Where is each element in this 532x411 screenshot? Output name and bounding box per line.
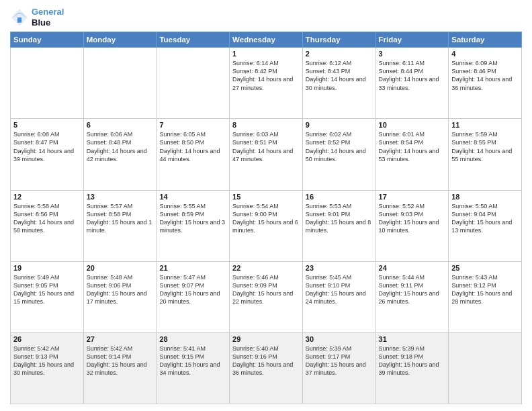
calendar-table: SundayMondayTuesdayWednesdayThursdayFrid… <box>10 32 522 404</box>
day-info: Sunrise: 5:55 AM Sunset: 8:59 PM Dayligh… <box>159 202 226 235</box>
day-number: 10 <box>379 121 446 129</box>
calendar-cell: 31Sunrise: 5:39 AM Sunset: 9:18 PM Dayli… <box>375 332 449 404</box>
day-info: Sunrise: 5:57 AM Sunset: 8:58 PM Dayligh… <box>87 202 154 235</box>
calendar-cell: 11Sunrise: 5:59 AM Sunset: 8:55 PM Dayli… <box>449 119 522 190</box>
day-number: 12 <box>13 193 81 201</box>
day-number: 21 <box>159 264 226 272</box>
calendar-cell: 14Sunrise: 5:55 AM Sunset: 8:59 PM Dayli… <box>157 190 230 261</box>
header-cell-monday: Monday <box>83 32 157 48</box>
calendar-cell <box>11 48 84 119</box>
calendar-header: SundayMondayTuesdayWednesdayThursdayFrid… <box>11 32 522 48</box>
day-number: 22 <box>232 264 300 272</box>
calendar-cell <box>449 332 522 404</box>
day-number: 8 <box>232 121 300 129</box>
calendar-cell: 24Sunrise: 5:44 AM Sunset: 9:11 PM Dayli… <box>375 261 449 332</box>
calendar-cell <box>83 48 157 119</box>
header: General Blue <box>10 7 522 28</box>
calendar-cell: 27Sunrise: 5:42 AM Sunset: 9:14 PM Dayli… <box>83 332 157 404</box>
calendar-cell: 2Sunrise: 6:12 AM Sunset: 8:43 PM Daylig… <box>302 48 375 119</box>
header-cell-wednesday: Wednesday <box>230 32 303 48</box>
day-number: 20 <box>87 264 154 272</box>
calendar-cell: 1Sunrise: 6:14 AM Sunset: 8:42 PM Daylig… <box>230 48 303 119</box>
week-row-4: 19Sunrise: 5:49 AM Sunset: 9:05 PM Dayli… <box>11 261 522 332</box>
calendar-cell: 4Sunrise: 6:09 AM Sunset: 8:46 PM Daylig… <box>449 48 522 119</box>
day-number: 4 <box>451 50 519 58</box>
day-info: Sunrise: 5:40 AM Sunset: 9:16 PM Dayligh… <box>232 345 300 377</box>
day-number: 7 <box>159 121 226 129</box>
week-row-2: 5Sunrise: 6:08 AM Sunset: 8:47 PM Daylig… <box>11 119 522 190</box>
day-number: 5 <box>13 121 81 129</box>
day-info: Sunrise: 5:50 AM Sunset: 9:04 PM Dayligh… <box>451 202 519 235</box>
calendar-cell: 29Sunrise: 5:40 AM Sunset: 9:16 PM Dayli… <box>230 332 303 404</box>
day-info: Sunrise: 6:05 AM Sunset: 8:50 PM Dayligh… <box>159 130 226 163</box>
day-info: Sunrise: 5:47 AM Sunset: 9:07 PM Dayligh… <box>159 273 226 306</box>
day-info: Sunrise: 5:53 AM Sunset: 9:01 PM Dayligh… <box>306 202 373 235</box>
calendar-cell: 30Sunrise: 5:39 AM Sunset: 9:17 PM Dayli… <box>302 332 375 404</box>
day-number: 13 <box>87 193 154 201</box>
day-number: 29 <box>232 335 300 343</box>
day-info: Sunrise: 5:42 AM Sunset: 9:13 PM Dayligh… <box>13 345 81 377</box>
calendar-cell: 21Sunrise: 5:47 AM Sunset: 9:07 PM Dayli… <box>157 261 230 332</box>
logo: General Blue <box>10 7 64 28</box>
day-info: Sunrise: 5:46 AM Sunset: 9:09 PM Dayligh… <box>232 273 300 306</box>
day-info: Sunrise: 5:44 AM Sunset: 9:11 PM Dayligh… <box>379 273 446 306</box>
calendar-cell: 15Sunrise: 5:54 AM Sunset: 9:00 PM Dayli… <box>230 190 303 261</box>
day-info: Sunrise: 6:09 AM Sunset: 8:46 PM Dayligh… <box>451 59 519 92</box>
day-info: Sunrise: 5:58 AM Sunset: 8:56 PM Dayligh… <box>13 202 81 235</box>
day-number: 27 <box>87 335 154 343</box>
day-number: 9 <box>306 121 373 129</box>
day-number: 19 <box>13 264 81 272</box>
day-info: Sunrise: 5:52 AM Sunset: 9:03 PM Dayligh… <box>379 202 446 235</box>
day-number: 16 <box>306 193 373 201</box>
calendar-cell: 20Sunrise: 5:48 AM Sunset: 9:06 PM Dayli… <box>83 261 157 332</box>
header-cell-thursday: Thursday <box>302 32 375 48</box>
calendar-cell: 13Sunrise: 5:57 AM Sunset: 8:58 PM Dayli… <box>83 190 157 261</box>
header-cell-sunday: Sunday <box>11 32 84 48</box>
calendar-cell: 10Sunrise: 6:01 AM Sunset: 8:54 PM Dayli… <box>375 119 449 190</box>
calendar-cell: 26Sunrise: 5:42 AM Sunset: 9:13 PM Dayli… <box>11 332 84 404</box>
calendar-cell: 22Sunrise: 5:46 AM Sunset: 9:09 PM Dayli… <box>230 261 303 332</box>
day-number: 31 <box>379 335 446 343</box>
day-number: 3 <box>379 50 446 58</box>
week-row-3: 12Sunrise: 5:58 AM Sunset: 8:56 PM Dayli… <box>11 190 522 261</box>
calendar-cell: 18Sunrise: 5:50 AM Sunset: 9:04 PM Dayli… <box>449 190 522 261</box>
day-number: 1 <box>232 50 300 58</box>
calendar-body: 1Sunrise: 6:14 AM Sunset: 8:42 PM Daylig… <box>11 48 522 404</box>
day-info: Sunrise: 5:39 AM Sunset: 9:18 PM Dayligh… <box>379 345 446 377</box>
day-number: 18 <box>451 193 519 201</box>
calendar-cell: 3Sunrise: 6:11 AM Sunset: 8:44 PM Daylig… <box>375 48 449 119</box>
day-info: Sunrise: 5:45 AM Sunset: 9:10 PM Dayligh… <box>306 273 373 306</box>
logo-icon <box>10 8 29 27</box>
day-number: 11 <box>451 121 519 129</box>
day-info: Sunrise: 5:59 AM Sunset: 8:55 PM Dayligh… <box>451 130 519 163</box>
header-cell-friday: Friday <box>375 32 449 48</box>
day-number: 6 <box>87 121 154 129</box>
calendar-cell: 7Sunrise: 6:05 AM Sunset: 8:50 PM Daylig… <box>157 119 230 190</box>
day-number: 25 <box>451 264 519 272</box>
day-info: Sunrise: 5:49 AM Sunset: 9:05 PM Dayligh… <box>13 273 81 306</box>
day-info: Sunrise: 6:03 AM Sunset: 8:51 PM Dayligh… <box>232 130 300 163</box>
day-info: Sunrise: 6:11 AM Sunset: 8:44 PM Dayligh… <box>379 59 446 92</box>
calendar-cell: 19Sunrise: 5:49 AM Sunset: 9:05 PM Dayli… <box>11 261 84 332</box>
page: General Blue SundayMondayTuesdayWednesda… <box>0 0 532 411</box>
calendar-cell: 17Sunrise: 5:52 AM Sunset: 9:03 PM Dayli… <box>375 190 449 261</box>
day-number: 17 <box>379 193 446 201</box>
day-number: 15 <box>232 193 300 201</box>
day-info: Sunrise: 6:02 AM Sunset: 8:52 PM Dayligh… <box>306 130 373 163</box>
week-row-5: 26Sunrise: 5:42 AM Sunset: 9:13 PM Dayli… <box>11 332 522 404</box>
header-row: SundayMondayTuesdayWednesdayThursdayFrid… <box>11 32 522 48</box>
calendar-cell: 12Sunrise: 5:58 AM Sunset: 8:56 PM Dayli… <box>11 190 84 261</box>
day-number: 24 <box>379 264 446 272</box>
calendar-cell: 16Sunrise: 5:53 AM Sunset: 9:01 PM Dayli… <box>302 190 375 261</box>
day-number: 23 <box>306 264 373 272</box>
day-info: Sunrise: 6:06 AM Sunset: 8:48 PM Dayligh… <box>87 130 154 163</box>
calendar-cell: 23Sunrise: 5:45 AM Sunset: 9:10 PM Dayli… <box>302 261 375 332</box>
day-info: Sunrise: 6:01 AM Sunset: 8:54 PM Dayligh… <box>379 130 446 163</box>
day-info: Sunrise: 6:12 AM Sunset: 8:43 PM Dayligh… <box>306 59 373 92</box>
week-row-1: 1Sunrise: 6:14 AM Sunset: 8:42 PM Daylig… <box>11 48 522 119</box>
day-info: Sunrise: 6:14 AM Sunset: 8:42 PM Dayligh… <box>232 59 300 92</box>
day-info: Sunrise: 5:54 AM Sunset: 9:00 PM Dayligh… <box>232 202 300 235</box>
calendar-cell: 28Sunrise: 5:41 AM Sunset: 9:15 PM Dayli… <box>157 332 230 404</box>
day-number: 14 <box>159 193 226 201</box>
day-info: Sunrise: 5:39 AM Sunset: 9:17 PM Dayligh… <box>306 345 373 377</box>
